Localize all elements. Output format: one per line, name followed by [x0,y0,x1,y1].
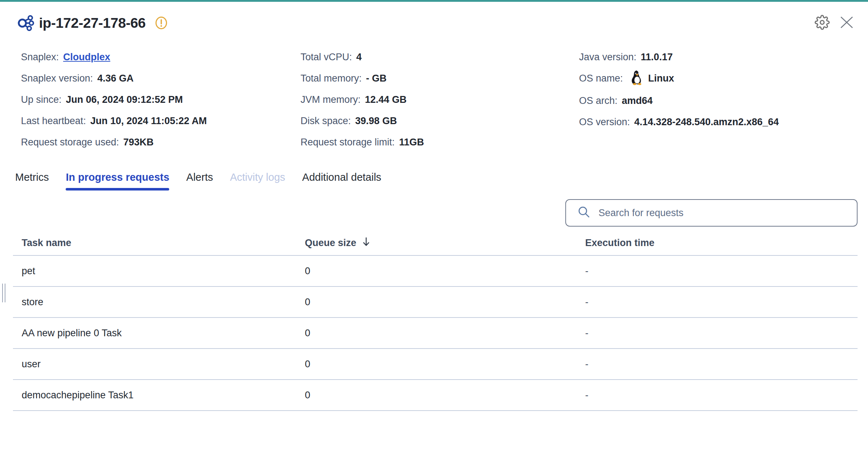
info-label: Snaplex: [21,52,59,62]
cell-queue-size: 0 [296,266,577,277]
info-value: 11GB [399,137,424,148]
info-row-os-name: OS name: Linux [579,72,847,86]
tab-metrics[interactable]: Metrics [15,171,49,191]
info-value: amd64 [622,95,653,106]
table-row: pet 0 - [13,256,858,287]
info-label: Last heartbeat: [21,115,86,126]
info-row-last-heartbeat: Last heartbeat:Jun 10, 2024 11:05:22 AM [21,114,301,127]
table-row: user 0 - [13,349,858,380]
info-row-snaplex-version: Snaplex version:4.36 GA [21,72,301,85]
info-row-jvm-memory: JVM memory:12.44 GB [301,93,579,106]
tab-in-progress-requests[interactable]: In progress requests [66,171,169,191]
column-header-execution-time[interactable]: Execution time [577,237,858,249]
info-label: Request storage used: [21,137,119,148]
info-row-os-version: OS version:4.14.328-248.540.amzn2.x86_64 [579,115,847,128]
cell-task-name: democachepipeline Task1 [13,390,296,401]
settings-button[interactable] [815,15,830,31]
column-header-label: Execution time [585,237,654,249]
info-column-1: Snaplex:Cloudplex Snaplex version:4.36 G… [21,51,301,157]
node-info-grid: Snaplex:Cloudplex Snaplex version:4.36 G… [0,51,868,157]
tab-additional-details[interactable]: Additional details [302,171,381,191]
column-header-label: Task name [22,237,71,249]
info-value: 39.98 GB [355,115,397,126]
sort-desc-arrow-icon [362,237,370,249]
info-label: Disk space: [301,115,351,126]
info-label: JVM memory: [301,94,361,105]
linux-penguin-icon [631,70,643,89]
cell-execution-time: - [577,297,858,308]
info-label: OS arch: [579,95,618,106]
info-value: 4.14.328-248.540.amzn2.x86_64 [634,117,779,127]
info-row-os-arch: OS arch:amd64 [579,94,847,107]
info-value: 11.0.17 [641,52,673,62]
top-accent-bar [0,0,868,2]
column-header-label: Queue size [305,237,356,249]
search-icon [578,206,599,220]
cell-task-name: AA new pipeline 0 Task [13,328,296,339]
panel-header: ip-172-27-178-66 [17,15,854,31]
info-column-3: Java version:11.0.17 OS name: Linux OS a… [579,51,847,157]
table-row: store 0 - [13,287,858,318]
info-value: Linux [648,73,674,84]
info-column-2: Total vCPU:4 Total memory:- GB JVM memor… [301,51,579,157]
warning-icon [155,16,167,30]
info-value: Jun 06, 2024 09:12:52 PM [66,94,183,105]
info-row-total-vcpu: Total vCPU:4 [301,51,579,64]
cell-queue-size: 0 [296,297,577,308]
info-value: - GB [366,73,387,84]
table-header-row: Task name Queue size Execution time [13,227,858,256]
info-value: 793KB [123,137,154,148]
cell-queue-size: 0 [296,359,577,370]
cell-queue-size: 0 [296,390,577,401]
info-label: Java version: [579,52,636,62]
close-icon [840,16,854,30]
info-label: Request storage limit: [301,137,395,148]
info-row-request-storage-used: Request storage used:793KB [21,136,301,149]
info-value: 4.36 GA [97,73,134,84]
cell-execution-time: - [577,328,858,339]
info-row-disk-space: Disk space:39.98 GB [301,114,579,127]
info-row-request-storage-limit: Request storage limit:11GB [301,136,579,149]
info-label: Snaplex version: [21,73,93,84]
search-requests-box[interactable] [565,199,858,227]
info-label: OS version: [579,117,630,127]
cell-task-name: store [13,297,296,308]
info-label: Total memory: [301,73,362,84]
info-row-snaplex: Snaplex:Cloudplex [21,51,301,64]
cell-execution-time: - [577,266,858,277]
tab-alerts[interactable]: Alerts [186,171,213,191]
info-label: Total vCPU: [301,52,352,62]
cell-task-name: user [13,359,296,370]
node-title: ip-172-27-178-66 [39,15,146,31]
info-value: Jun 10, 2024 11:05:22 AM [90,115,207,126]
info-label: Up since: [21,94,62,105]
info-label: OS name: [579,73,623,84]
header-actions [815,15,854,31]
cell-task-name: pet [13,266,296,277]
column-header-queue-size[interactable]: Queue size [296,237,577,249]
gear-icon [815,15,830,31]
tab-activity-logs: Activity logs [230,171,285,191]
cell-queue-size: 0 [296,328,577,339]
close-button[interactable] [840,16,854,30]
requests-table: Task name Queue size Execution time pet … [13,227,858,411]
info-value: 4 [356,52,362,62]
search-input[interactable] [599,207,850,219]
snaplex-node-icon [17,15,35,31]
info-value: 12.44 GB [365,94,407,105]
cell-execution-time: - [577,359,858,370]
tab-bar: Metrics In progress requests Alerts Acti… [15,171,868,191]
search-row [0,199,858,227]
info-row-total-memory: Total memory:- GB [301,72,579,85]
info-row-up-since: Up since:Jun 06, 2024 09:12:52 PM [21,93,301,106]
panel-resize-handle[interactable] [2,284,5,302]
table-row: AA new pipeline 0 Task 0 - [13,318,858,349]
table-row: democachepipeline Task1 0 - [13,380,858,411]
snaplex-link[interactable]: Cloudplex [63,52,110,62]
cell-execution-time: - [577,390,858,401]
column-header-task-name[interactable]: Task name [13,237,296,249]
info-row-java-version: Java version:11.0.17 [579,51,847,64]
